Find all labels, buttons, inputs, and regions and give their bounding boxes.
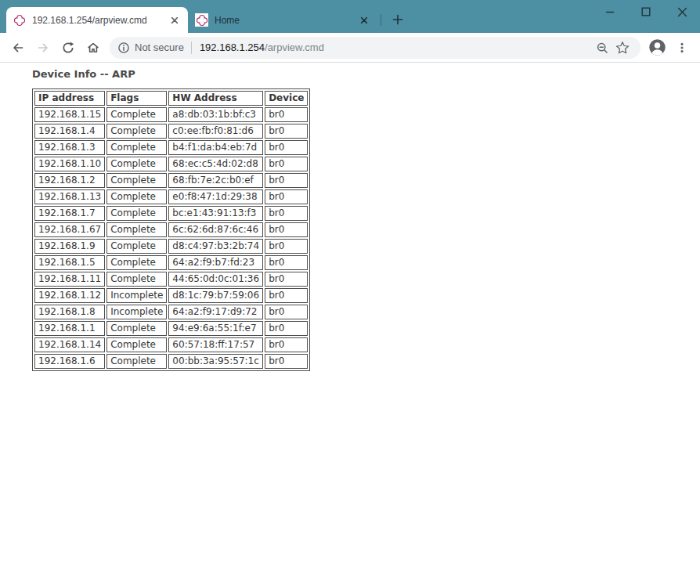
- cell-ip: 192.168.1.10: [34, 157, 105, 171]
- page-title: Device Info -- ARP: [32, 68, 700, 80]
- cell-hw: a8:db:03:1b:bf:c3: [168, 107, 263, 122]
- close-window-button[interactable]: [664, 0, 700, 23]
- cell-ip: 192.168.1.1: [34, 321, 105, 336]
- table-row: 192.168.1.3Completeb4:f1:da:b4:eb:7dbr0: [34, 140, 308, 155]
- cell-flags: Complete: [106, 173, 167, 188]
- cell-hw: d8:1c:79:b7:59:06: [168, 288, 263, 303]
- cell-ip: 192.168.1.3: [34, 140, 105, 155]
- arp-table-body: 192.168.1.15Completea8:db:03:1b:bf:c3br0…: [34, 107, 308, 369]
- table-row: 192.168.1.10Complete68:ec:c5:4d:02:d8br0: [34, 157, 308, 171]
- cell-ip: 192.168.1.2: [34, 173, 105, 188]
- cell-ip: 192.168.1.12: [34, 288, 105, 303]
- cell-device: br0: [265, 124, 308, 139]
- browser-toolbar: Not secure 192.168.1.254 /arpview.cmd: [0, 33, 700, 63]
- table-row: 192.168.1.5Complete64:a2:f9:b7:fd:23br0: [34, 255, 308, 270]
- cell-flags: Complete: [106, 272, 167, 287]
- cell-ip: 192.168.1.67: [34, 222, 105, 237]
- quatrefoil-favicon-icon: [13, 13, 26, 27]
- url-host: 192.168.1.254: [200, 41, 265, 53]
- profile-button[interactable]: [645, 36, 669, 60]
- cell-hw: e0:f8:47:1d:29:38: [168, 189, 263, 204]
- cell-flags: Complete: [106, 255, 167, 270]
- cell-flags: Incomplete: [106, 305, 167, 319]
- cell-hw: 64:a2:f9:b7:fd:23: [168, 255, 263, 270]
- table-row: 192.168.1.8Incomplete64:a2:f9:17:d9:72br…: [34, 305, 308, 319]
- cell-flags: Complete: [106, 140, 167, 155]
- cell-hw: 60:57:18:ff:17:57: [168, 337, 263, 352]
- cell-flags: Incomplete: [106, 288, 167, 303]
- cell-flags: Complete: [106, 239, 167, 254]
- cell-hw: 6c:62:6d:87:6c:46: [168, 222, 263, 237]
- table-header-row: IP address Flags HW Address Device: [34, 91, 308, 106]
- reload-button[interactable]: [56, 36, 80, 60]
- cell-hw: b4:f1:da:b4:eb:7d: [168, 140, 263, 155]
- tab-title: Home: [215, 15, 354, 26]
- cell-ip: 192.168.1.8: [34, 305, 105, 319]
- cell-device: br0: [265, 222, 308, 237]
- url-path: /arpview.cmd: [265, 41, 324, 53]
- table-row: 192.168.1.14Complete60:57:18:ff:17:57br0: [34, 337, 308, 352]
- table-row: 192.168.1.2Complete68:fb:7e:2c:b0:efbr0: [34, 173, 308, 188]
- cell-flags: Complete: [106, 124, 167, 139]
- cell-device: br0: [265, 239, 308, 254]
- tab-strip: 192.168.1.254/arpview.cmd: [0, 0, 700, 33]
- cell-flags: Complete: [106, 321, 167, 336]
- column-header-ip: IP address: [34, 91, 105, 106]
- table-row: 192.168.1.7Completebc:e1:43:91:13:f3br0: [34, 206, 308, 221]
- menu-button[interactable]: [670, 36, 694, 60]
- security-label: Not secure: [135, 41, 184, 53]
- back-button[interactable]: [6, 36, 30, 60]
- tab-home[interactable]: Home: [189, 7, 377, 33]
- cell-device: br0: [265, 272, 308, 287]
- cell-ip: 192.168.1.4: [34, 124, 105, 139]
- minimize-button[interactable]: [592, 0, 628, 23]
- cell-ip: 192.168.1.6: [34, 354, 105, 369]
- kebab-menu-icon: [675, 41, 689, 55]
- maximize-icon: [641, 7, 651, 16]
- table-row: 192.168.1.1Complete94:e9:6a:55:1f:e7br0: [34, 321, 308, 336]
- magnifier-minus-icon: [596, 41, 608, 54]
- cell-ip: 192.168.1.14: [34, 337, 105, 352]
- cell-ip: 192.168.1.9: [34, 239, 105, 254]
- browser-window: 192.168.1.254/arpview.cmd: [0, 0, 700, 588]
- cell-hw: 68:fb:7e:2c:b0:ef: [168, 173, 263, 188]
- plus-icon: [391, 13, 404, 26]
- omnibox-separator: [191, 41, 192, 54]
- cell-flags: Complete: [106, 107, 167, 122]
- forward-button[interactable]: [31, 36, 55, 60]
- tab-separator: [381, 14, 381, 26]
- cell-device: br0: [265, 354, 308, 369]
- column-header-device: Device: [265, 91, 308, 106]
- cell-device: br0: [265, 206, 308, 221]
- table-row: 192.168.1.6Complete00:bb:3a:95:57:1cbr0: [34, 354, 308, 369]
- cell-device: br0: [265, 337, 308, 352]
- tab-close-icon[interactable]: [357, 13, 371, 27]
- cell-ip: 192.168.1.7: [34, 206, 105, 221]
- column-header-hw: HW Address: [168, 91, 263, 106]
- tab-arpview[interactable]: 192.168.1.254/arpview.cmd: [6, 7, 188, 33]
- table-row: 192.168.1.15Completea8:db:03:1b:bf:c3br0: [34, 107, 308, 122]
- table-row: 192.168.1.13Completee0:f8:47:1d:29:38br0: [34, 189, 308, 204]
- cell-ip: 192.168.1.11: [34, 272, 105, 287]
- arrow-right-icon: [36, 41, 50, 55]
- cell-device: br0: [265, 140, 308, 155]
- column-header-flags: Flags: [106, 91, 167, 106]
- arp-table: IP address Flags HW Address Device 192.1…: [32, 88, 310, 371]
- table-row: 192.168.1.11Complete44:65:0d:0c:01:36br0: [34, 272, 308, 287]
- bookmark-star-button[interactable]: [612, 38, 633, 58]
- cell-hw: bc:e1:43:91:13:f3: [168, 206, 263, 221]
- cell-hw: 64:a2:f9:17:d9:72: [168, 305, 263, 319]
- home-button[interactable]: [81, 36, 105, 60]
- reload-icon: [61, 41, 75, 55]
- cell-device: br0: [265, 321, 308, 336]
- maximize-button[interactable]: [628, 0, 664, 23]
- quatrefoil-favicon-icon: [195, 13, 208, 27]
- address-bar[interactable]: Not secure 192.168.1.254 /arpview.cmd: [110, 37, 640, 59]
- tab-close-icon[interactable]: [168, 13, 182, 27]
- new-tab-button[interactable]: [387, 9, 409, 31]
- zoom-indicator-button[interactable]: [592, 38, 612, 58]
- cell-device: br0: [265, 288, 308, 303]
- table-row: 192.168.1.4Completec0:ee:fb:f0:81:d6br0: [34, 124, 308, 139]
- home-icon: [86, 41, 100, 55]
- cell-hw: 44:65:0d:0c:01:36: [168, 272, 263, 287]
